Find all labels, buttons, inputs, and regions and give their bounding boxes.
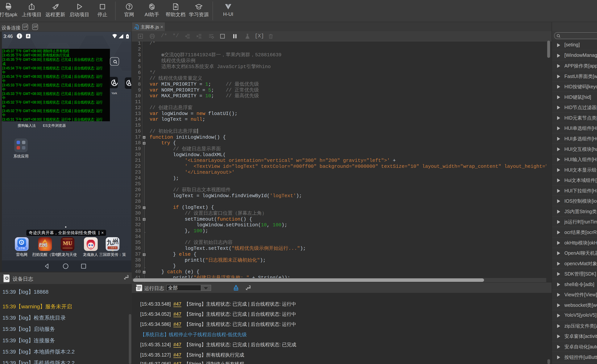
svg-text:JS: JS: [134, 26, 137, 29]
svg-text:APK: APK: [7, 6, 10, 8]
